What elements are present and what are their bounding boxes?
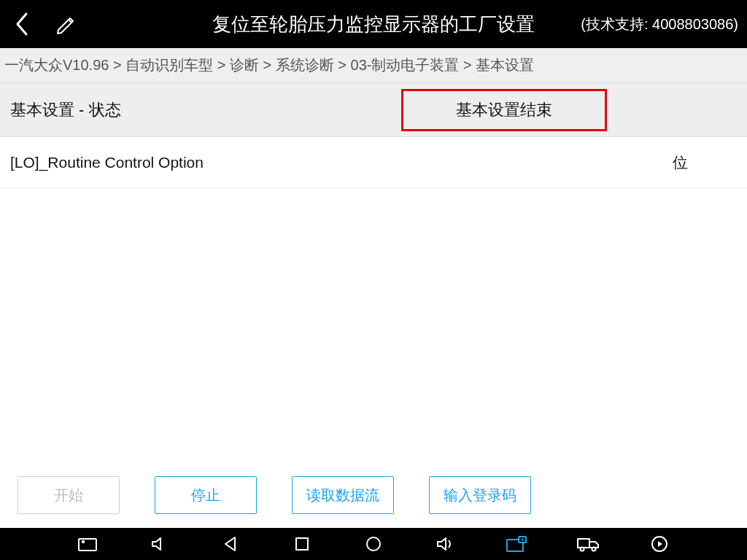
status-label: 基本设置 - 状态	[0, 99, 395, 121]
system-nav-bar: ✶	[0, 528, 747, 560]
screen-share-button[interactable]: ✶	[504, 532, 529, 556]
back-nav-button[interactable]	[218, 532, 243, 556]
start-button: 开始	[18, 476, 120, 514]
speaker-high-icon	[436, 535, 454, 553]
camera-icon	[77, 536, 98, 552]
status-badge: 基本设置结束	[401, 89, 607, 131]
svg-point-12	[581, 548, 584, 551]
svg-point-2	[82, 541, 84, 542]
read-data-stream-button[interactable]: 读取数据流	[292, 476, 394, 514]
status-value-cell: 基本设置结束	[395, 85, 613, 136]
camera-button[interactable]	[75, 532, 100, 556]
svg-rect-11	[578, 539, 589, 548]
svg-rect-1	[79, 539, 96, 551]
status-row: 基本设置 - 状态 基本设置结束	[0, 83, 747, 137]
circle-icon	[365, 536, 382, 552]
svg-text:✶: ✶	[520, 537, 525, 543]
stop-button[interactable]: 停止	[155, 476, 257, 514]
truck-icon	[576, 536, 600, 552]
svg-point-13	[592, 548, 596, 551]
svg-point-6	[367, 537, 380, 551]
nav-back-icon	[222, 536, 239, 552]
screen-share-icon: ✶	[506, 535, 527, 553]
volume-up-button[interactable]	[433, 532, 457, 556]
volume-down-button[interactable]	[147, 532, 171, 556]
recent-apps-button[interactable]	[290, 532, 314, 556]
speaker-low-icon	[150, 535, 168, 553]
breadcrumb: 一汽大众V10.96 > 自动识别车型 > 诊断 > 系统诊断 > 03-制动电…	[0, 48, 747, 83]
play-circle-icon	[651, 535, 668, 553]
action-bar: 开始 停止 读取数据流 输入登录码	[0, 462, 747, 528]
row-name: [LO]_Routine Control Option	[0, 154, 395, 171]
svg-marker-3	[152, 538, 160, 550]
pencil-icon	[55, 14, 76, 34]
svg-marker-7	[438, 538, 446, 550]
chevron-left-icon	[14, 12, 30, 36]
svg-marker-4	[225, 537, 235, 551]
table-row: [LO]_Routine Control Option 位	[0, 137, 747, 188]
play-button[interactable]	[647, 532, 672, 556]
support-phone: (技术支持: 4008803086)	[581, 15, 738, 34]
enter-login-code-button[interactable]: 输入登录码	[429, 476, 531, 514]
vehicle-button[interactable]	[576, 532, 600, 556]
square-icon	[295, 537, 309, 551]
content-area	[0, 188, 747, 462]
back-button[interactable]	[0, 0, 44, 48]
svg-rect-5	[296, 538, 308, 550]
row-unit: 位	[613, 152, 747, 173]
edit-button[interactable]	[44, 0, 88, 48]
svg-marker-15	[658, 541, 662, 547]
app-header: 复位至轮胎压力监控显示器的工厂设置 (技术支持: 4008803086)	[0, 0, 747, 48]
home-button[interactable]	[361, 532, 386, 556]
